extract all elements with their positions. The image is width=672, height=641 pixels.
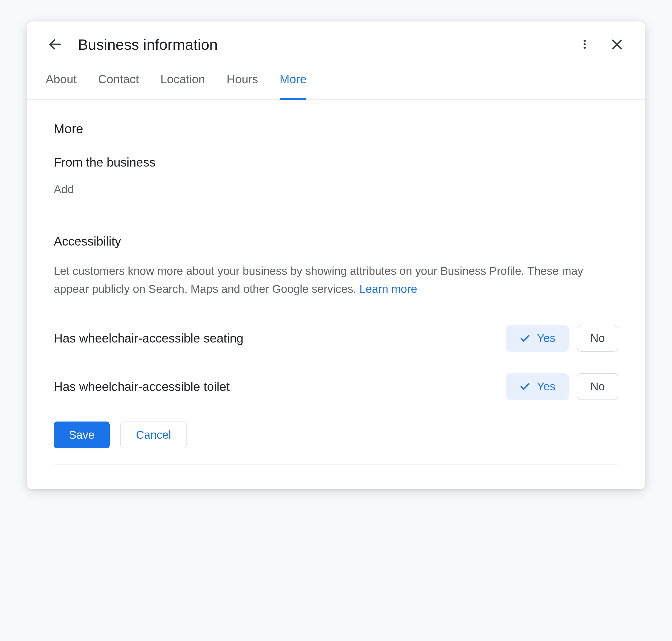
from-business-title: From the business — [54, 155, 618, 169]
no-button[interactable]: No — [577, 373, 618, 400]
tabs: About Contact Location Hours More — [27, 62, 645, 100]
close-button[interactable] — [607, 35, 626, 54]
modal-header: Business information — [27, 22, 645, 62]
attribute-label: Has wheelchair-accessible seating — [54, 331, 243, 345]
action-buttons: Save Cancel — [54, 422, 618, 448]
no-button[interactable]: No — [577, 325, 618, 352]
more-vert-icon — [579, 38, 591, 50]
section-title: More — [54, 121, 618, 136]
accessibility-description: Let customers know more about your busin… — [54, 262, 618, 298]
yes-button[interactable]: Yes — [506, 373, 569, 400]
tab-more[interactable]: More — [280, 72, 306, 99]
business-info-modal: Business information About Contact Locat… — [27, 22, 645, 489]
attribute-row-seating: Has wheelchair-accessible seating Yes No — [54, 325, 618, 352]
svg-point-1 — [583, 40, 586, 42]
svg-point-2 — [583, 43, 586, 45]
tab-location[interactable]: Location — [160, 72, 205, 99]
toggle-group: Yes No — [506, 325, 618, 352]
yes-button[interactable]: Yes — [506, 325, 569, 352]
divider — [54, 464, 618, 465]
add-link[interactable]: Add — [54, 183, 618, 196]
cancel-button[interactable]: Cancel — [120, 422, 187, 448]
save-button[interactable]: Save — [54, 422, 110, 448]
svg-point-3 — [583, 47, 586, 49]
attribute-label: Has wheelchair-accessible toilet — [54, 379, 230, 394]
tab-hours[interactable]: Hours — [227, 72, 258, 99]
back-button[interactable] — [46, 35, 65, 54]
content-panel: More From the business Add Accessibility… — [27, 100, 645, 489]
learn-more-link[interactable]: Learn more — [359, 283, 417, 295]
accessibility-title: Accessibility — [54, 234, 618, 248]
check-icon — [519, 381, 530, 392]
toggle-group: Yes No — [506, 373, 618, 400]
tab-about[interactable]: About — [46, 72, 77, 99]
check-icon — [519, 332, 530, 344]
attribute-row-toilet: Has wheelchair-accessible toilet Yes No — [54, 373, 618, 400]
arrow-left-icon — [48, 37, 63, 52]
close-icon — [610, 37, 624, 51]
divider — [54, 215, 618, 215]
modal-title: Business information — [78, 36, 218, 53]
tab-contact[interactable]: Contact — [98, 72, 139, 99]
more-options-button[interactable] — [575, 35, 594, 54]
